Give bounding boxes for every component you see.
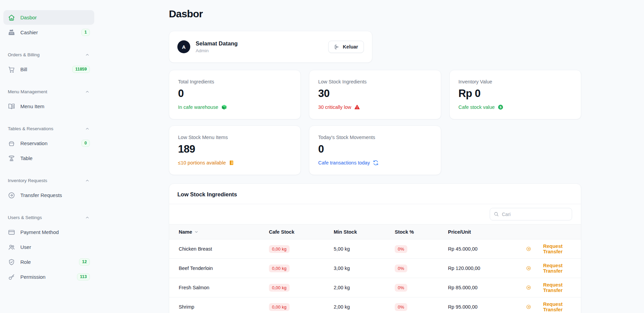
cell-min-stock: 2,00 kg	[334, 297, 395, 313]
request-transfer-button[interactable]: Request Transfer	[526, 243, 572, 254]
users-icon	[8, 243, 15, 251]
svg-text:$: $	[500, 105, 502, 109]
cell-min-stock: 3,00 kg	[334, 259, 395, 278]
cell-cafe-stock: 0,00 kg	[269, 259, 334, 278]
request-transfer-label: Request Transfer	[533, 301, 572, 312]
basket-icon	[8, 140, 15, 147]
cell-price-unit: Rp 120.000,00	[448, 259, 526, 278]
stat-caption-text: Cafe stock value	[458, 104, 495, 110]
stat-value: 189	[178, 143, 292, 155]
warning-triangle-icon	[354, 104, 360, 110]
cart-icon	[8, 66, 15, 73]
cell-price-unit: Rp 85.000,00	[448, 278, 526, 297]
open-book-icon	[8, 103, 15, 110]
stat-label: Inventory Value	[458, 79, 572, 84]
sidebar-badge: 113	[77, 273, 90, 280]
refresh-icon	[373, 160, 379, 166]
sidebar-item-transfer-requests[interactable]: Transfer Requests	[3, 188, 94, 202]
package-cube-icon	[221, 104, 227, 110]
request-transfer-button[interactable]: Request Transfer	[526, 301, 572, 312]
sidebar-item-label: Table	[20, 155, 33, 161]
sidebar-section-users-settings[interactable]: Users & Settings	[3, 211, 94, 223]
low-stock-table-card: Low Stock Ingredients NameCafe StockMin …	[169, 183, 581, 313]
cell-action: Request Transfer	[526, 259, 581, 278]
sidebar-section-inventory-requests[interactable]: Inventory Requests	[3, 174, 94, 187]
sidebar-nav: DasborCashier1Orders & BillingBill11859M…	[3, 10, 94, 284]
sidebar-item-cashier[interactable]: Cashier1	[3, 25, 94, 40]
sidebar-item-permission[interactable]: Permission113	[3, 270, 94, 284]
sidebar-item-label: Transfer Requests	[20, 192, 62, 198]
key-icon	[8, 273, 15, 281]
search-input[interactable]	[490, 208, 572, 220]
stats-grid: Total Ingredients0In cafe warehouseLow S…	[169, 70, 581, 175]
stat-caption-text: In cafe warehouse	[178, 104, 218, 110]
home-icon	[8, 14, 15, 21]
cell-price-unit: Rp 95.000,00	[448, 297, 526, 313]
stat-caption: ≤10 portions available	[178, 160, 292, 166]
request-transfer-button[interactable]: Request Transfer	[526, 263, 572, 274]
cell-cafe-stock: 0,00 kg	[269, 239, 334, 259]
stat-label: Low Stock Ingredients	[318, 79, 432, 84]
sidebar-item-reservation[interactable]: Reservation0	[3, 136, 94, 151]
chevron-up-icon	[85, 126, 90, 131]
ledger-book-icon	[229, 160, 235, 166]
stat-label: Total Ingredients	[178, 79, 292, 84]
sidebar-section-menu-management[interactable]: Menu Management	[3, 85, 94, 98]
sidebar-item-dasbor[interactable]: Dasbor	[3, 10, 94, 25]
sidebar-item-table[interactable]: Table	[3, 151, 94, 165]
main-content: Dasbor A Selamat Datang Admin Keluar Tot…	[98, 0, 644, 313]
stat-caption-text: ≤10 portions available	[178, 160, 226, 165]
sidebar-item-label: Bill	[20, 66, 27, 72]
cell-name: Shrimp	[169, 297, 269, 313]
logout-button[interactable]: Keluar	[328, 41, 364, 53]
cafe-stock-pill: 0,00 kg	[269, 265, 290, 272]
sidebar-item-user[interactable]: User	[3, 240, 94, 254]
request-transfer-label: Request Transfer	[533, 282, 572, 293]
stat-card-total-ingredients: Total Ingredients0In cafe warehouse	[169, 70, 301, 119]
sidebar-section-tables-reservations[interactable]: Tables & Reservations	[3, 122, 94, 135]
column-header-stock: Stock %	[395, 224, 448, 239]
cafe-stock-pill: 0,00 kg	[269, 284, 290, 292]
sidebar-section-label: Users & Settings	[8, 215, 42, 220]
sidebar-badge: 0	[81, 140, 90, 147]
chevron-up-icon	[85, 215, 90, 220]
sidebar-item-bill[interactable]: Bill11859	[3, 62, 94, 77]
request-transfer-button[interactable]: Request Transfer	[526, 282, 572, 293]
sidebar-item-menu-item[interactable]: Menu Item	[3, 99, 94, 114]
chevron-up-icon	[85, 178, 90, 183]
cell-min-stock: 5,00 kg	[334, 239, 395, 259]
column-header-price-unit: Price/Unit	[448, 224, 526, 239]
stat-card-inventory-value: Inventory ValueRp 0Cafe stock value$	[449, 70, 581, 119]
sidebar-item-label: Cashier	[20, 30, 38, 35]
table-body: Chicken Breast0,00 kg5,00 kg0%Rp 45.000,…	[169, 239, 581, 313]
stat-caption-text: 30 critically low	[318, 104, 351, 110]
stat-value: 30	[318, 87, 432, 100]
sidebar-item-role[interactable]: Role12	[3, 255, 94, 269]
table-title: Low Stock Ingredients	[177, 191, 573, 198]
avatar: A	[177, 40, 190, 53]
sidebar-section-label: Orders & Billing	[8, 52, 40, 57]
cell-action: Request Transfer	[526, 297, 581, 313]
cell-min-stock: 2,00 kg	[334, 278, 395, 297]
table-row-chicken-breast: Chicken Breast0,00 kg5,00 kg0%Rp 45.000,…	[169, 239, 581, 259]
sidebar-badge: 11859	[72, 66, 90, 73]
sidebar-item-label: Reservation	[20, 140, 47, 146]
column-header-name[interactable]: Name	[169, 224, 269, 239]
search-icon	[493, 211, 499, 217]
sidebar-badge: 1	[81, 29, 90, 36]
cell-name: Chicken Breast	[169, 239, 269, 259]
sidebar-section-orders-billing[interactable]: Orders & Billing	[3, 48, 94, 61]
sidebar-item-label: User	[20, 244, 31, 250]
welcome-title: Selamat Datang	[196, 40, 238, 47]
logout-label: Keluar	[343, 44, 358, 50]
cell-action: Request Transfer	[526, 239, 581, 259]
chevron-up-icon	[85, 89, 90, 94]
sidebar-item-payment-method[interactable]: Payment Method	[3, 225, 94, 239]
column-header-actions	[526, 224, 581, 239]
arrow-right-circle-icon	[8, 192, 15, 199]
stat-card-low-stock-menu-items: Low Stock Menu Items189≤10 portions avai…	[169, 125, 301, 175]
stock-pct-pill: 0%	[395, 303, 407, 311]
cafe-stock-pill: 0,00 kg	[269, 245, 290, 253]
arrow-right-circle-icon	[526, 246, 531, 252]
stock-pct-pill: 0%	[395, 284, 407, 292]
